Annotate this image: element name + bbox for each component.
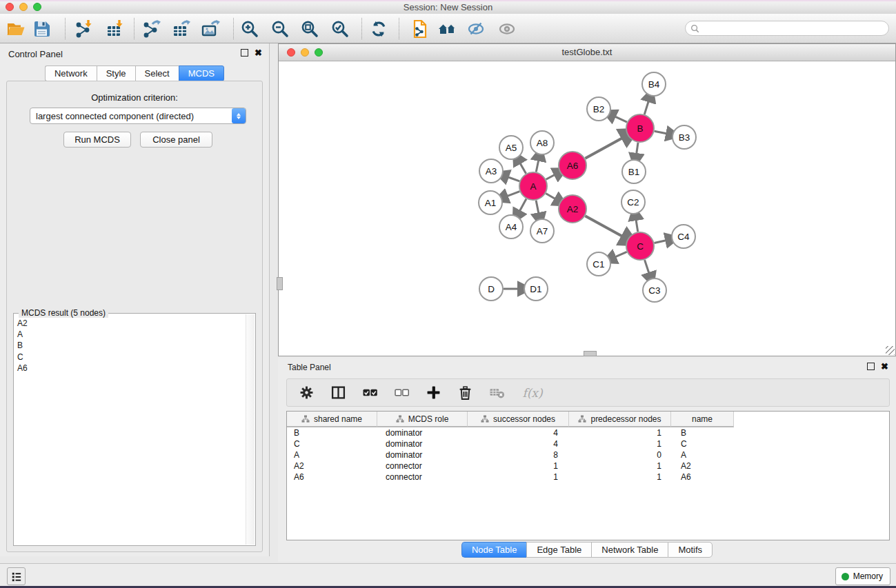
graph-edge-A-A7[interactable] (536, 201, 539, 214)
zoom-selected-button[interactable] (330, 19, 350, 39)
network-canvas[interactable]: B4B2BB3A8A5A6A3B1AC2A1A2A4A7C4CC1C3DD1 (279, 61, 895, 356)
table-cell[interactable]: 1 (468, 461, 569, 471)
hide-graphics-details-button[interactable] (466, 19, 487, 39)
graph-node-C2[interactable]: C2 (621, 190, 645, 214)
graph-edge-C-C4[interactable] (654, 240, 666, 243)
window-edge-grip[interactable] (277, 277, 283, 290)
criterion-select[interactable]: largest connected component (directed) (30, 108, 246, 124)
table-cell[interactable]: connector (377, 461, 468, 471)
table-cell[interactable]: 1 (569, 461, 671, 471)
graph-edge-B-B3[interactable] (655, 131, 668, 134)
table-row[interactable]: Adominator80A (287, 449, 889, 460)
graph-node-A[interactable]: A (519, 172, 547, 200)
graph-edge-C-C2[interactable] (636, 219, 638, 232)
select-all-checkboxes-button[interactable] (361, 385, 378, 401)
graph-edge-A6-B[interactable] (585, 138, 623, 159)
tab-select[interactable]: Select (135, 65, 179, 81)
graph-node-A5[interactable]: A5 (499, 136, 523, 159)
network-from-file-button[interactable] (410, 19, 430, 39)
gear-button[interactable] (298, 385, 315, 401)
result-scrollbar[interactable] (246, 314, 255, 545)
float-panel-icon[interactable] (241, 49, 248, 57)
graph-node-A2[interactable]: A2 (559, 195, 586, 223)
graph-edge-B-B4[interactable] (644, 101, 648, 114)
graph-edge-A-A8[interactable] (536, 159, 539, 172)
table-cell[interactable]: A2 (671, 461, 734, 471)
import-network-button[interactable] (73, 19, 94, 39)
result-item[interactable]: A6 (17, 363, 246, 374)
column-header-predecessor-nodes[interactable]: predecessor nodes (569, 412, 671, 427)
graph-node-A7[interactable]: A7 (530, 219, 554, 243)
mcds-result-list[interactable]: A2ABCA6 (14, 316, 246, 545)
tab-network-table[interactable]: Network Table (591, 542, 668, 558)
graph-edge-C-C3[interactable] (645, 260, 650, 274)
close-panel-button[interactable]: Close panel (140, 132, 212, 148)
table-row[interactable]: A2connector11A2 (287, 460, 889, 472)
graph-edge-B-B2[interactable] (615, 116, 627, 123)
delete-table-button[interactable] (488, 385, 505, 401)
deselect-all-checkboxes-button[interactable] (393, 385, 410, 401)
zoom-in-button[interactable] (239, 19, 260, 39)
close-table-panel-icon[interactable]: ✖ (881, 363, 888, 370)
close-panel-icon[interactable]: ✖ (255, 50, 262, 57)
save-session-button[interactable] (32, 19, 52, 39)
result-item[interactable]: A (17, 329, 246, 340)
column-header-shared-name[interactable]: shared name (287, 412, 377, 427)
network-window-titlebar[interactable]: testGlobe.txt (279, 44, 895, 61)
column-header-successor-nodes[interactable]: successor nodes (468, 412, 569, 427)
table-row[interactable]: Bdominator41B (287, 427, 889, 438)
graph-edge-C-C1[interactable] (615, 252, 627, 257)
table-row[interactable]: Cdominator41C (287, 438, 889, 449)
graph-edge-A-A2[interactable] (546, 194, 556, 199)
table-cell[interactable]: C (287, 439, 377, 449)
graph-node-A1[interactable]: A1 (479, 191, 502, 214)
table-cell[interactable]: A6 (671, 472, 734, 482)
table-cell[interactable]: 1 (468, 472, 569, 482)
export-image-button[interactable] (200, 19, 221, 39)
table-cell[interactable]: 1 (569, 472, 671, 482)
graph-node-B1[interactable]: B1 (622, 160, 646, 183)
search-input[interactable] (702, 23, 888, 34)
task-history-button[interactable] (7, 567, 26, 585)
graph-node-C3[interactable]: C3 (643, 278, 666, 302)
graph-edge-A-A1[interactable] (506, 192, 519, 196)
refresh-button[interactable] (368, 19, 389, 39)
zoom-fit-button[interactable] (299, 19, 320, 39)
table-cell[interactable]: dominator (377, 450, 468, 460)
table-cell[interactable]: 0 (569, 450, 671, 460)
export-table-button[interactable] (170, 19, 191, 39)
add-column-button[interactable] (425, 385, 441, 401)
zoom-out-button[interactable] (270, 19, 290, 39)
table-cell[interactable]: 4 (468, 428, 569, 438)
graph-edge-A-A5[interactable] (519, 163, 526, 174)
table-cell[interactable]: C (671, 439, 734, 449)
table-cell[interactable]: B (287, 428, 377, 438)
window-resize-grip[interactable] (886, 346, 895, 355)
delete-column-button[interactable] (457, 385, 473, 401)
home-button[interactable] (437, 19, 458, 39)
table-cell[interactable]: A (287, 450, 377, 460)
graph-edge-A-A3[interactable] (508, 176, 520, 181)
tab-node-table[interactable]: Node Table (461, 542, 527, 558)
table-cell[interactable]: A2 (287, 461, 377, 471)
graph-node-A4[interactable]: A4 (499, 215, 523, 239)
column-header-MCDS-role[interactable]: MCDS role (377, 412, 468, 427)
graph-node-A6[interactable]: A6 (559, 152, 586, 179)
memory-button[interactable]: Memory (835, 567, 890, 585)
result-item[interactable]: A2 (17, 318, 246, 329)
graph-node-C[interactable]: C (626, 232, 654, 260)
float-table-panel-icon[interactable] (867, 363, 875, 370)
graph-node-B[interactable]: B (626, 114, 654, 142)
tab-network[interactable]: Network (45, 65, 97, 81)
run-mcds-button[interactable]: Run MCDS (63, 132, 131, 148)
tab-motifs[interactable]: Motifs (668, 542, 713, 558)
table-cell[interactable]: connector (377, 472, 468, 482)
table-cell[interactable]: 4 (468, 439, 569, 449)
graph-node-C1[interactable]: C1 (587, 252, 610, 276)
graph-node-B3[interactable]: B3 (673, 125, 696, 149)
tab-mcds[interactable]: MCDS (179, 65, 224, 81)
node-table[interactable]: shared nameMCDS rolesuccessor nodesprede… (286, 411, 890, 540)
graph-edge-A-A6[interactable] (546, 174, 556, 179)
graph-node-A8[interactable]: A8 (530, 131, 554, 154)
table-cell[interactable]: dominator (377, 439, 468, 449)
